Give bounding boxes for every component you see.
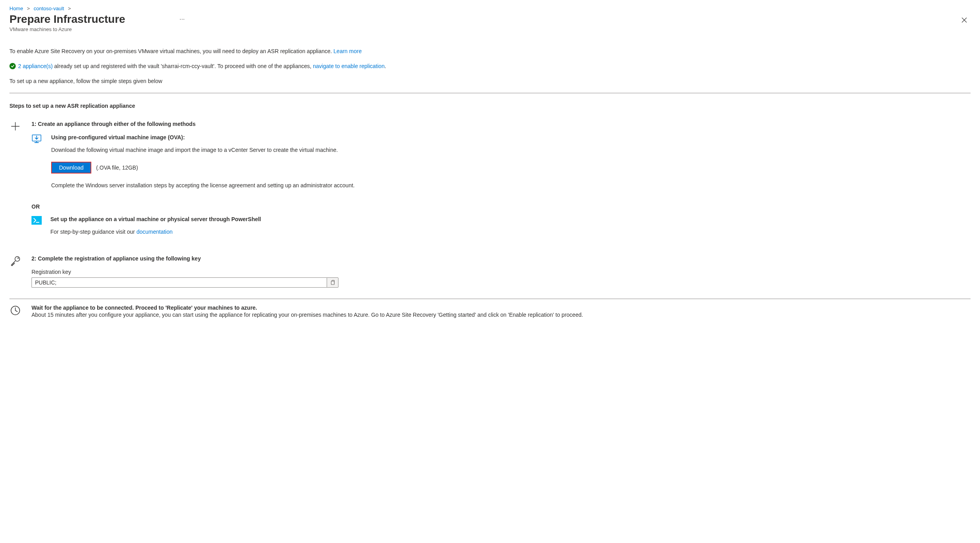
method-ova-text: Download the following virtual machine i… (51, 147, 971, 153)
method-ova: Using pre-configured virtual machine ima… (31, 134, 971, 197)
svg-rect-3 (331, 281, 335, 285)
complete-text: Complete the Windows server installation… (51, 182, 971, 188)
download-monitor-icon (31, 134, 43, 197)
key-icon (10, 255, 21, 266)
intro-prefix: To enable Azure Site Recovery on your on… (9, 48, 333, 54)
step-1: 1: Create an appliance through either of… (9, 121, 971, 247)
breadcrumb: Home > contoso-vault > (9, 6, 971, 11)
wait-section: Wait for the appliance to be connected. … (9, 305, 971, 318)
clock-icon (10, 305, 20, 316)
status-line: 2 appliance(s) already set up and regist… (9, 63, 971, 69)
page-header: Prepare Infrastructure ··· (9, 13, 971, 26)
ps-text-prefix: For step-by-step guidance visit our (50, 229, 137, 235)
navigate-replication-link[interactable]: navigate to enable replication (313, 63, 385, 69)
learn-more-link[interactable]: Learn more (333, 48, 362, 54)
svg-point-1 (15, 257, 20, 261)
setup-note: To set up a new appliance, follow the si… (9, 78, 971, 84)
svg-point-2 (17, 257, 18, 259)
documentation-link[interactable]: documentation (137, 229, 173, 235)
divider (9, 93, 971, 93)
intro-text: To enable Azure Site Recovery on your on… (9, 48, 971, 54)
wait-heading: Wait for the appliance to be connected. … (31, 305, 971, 311)
copy-icon (330, 280, 335, 285)
status-mid: already set up and registered with the v… (53, 63, 313, 69)
download-button[interactable]: Download (51, 162, 91, 174)
steps-heading: Steps to set up a new ASR replication ap… (9, 103, 971, 109)
close-icon (961, 17, 967, 23)
step-2-title: 2: Complete the registration of applianc… (31, 255, 971, 262)
method-ps-heading: Set up the appliance on a virtual machin… (50, 216, 971, 222)
breadcrumb-vault[interactable]: contoso-vault (34, 6, 64, 11)
registration-key-input[interactable] (31, 277, 327, 288)
page-subtitle: VMware machines to Azure (9, 26, 971, 32)
method-ova-heading: Using pre-configured virtual machine ima… (51, 134, 971, 140)
registration-key-label: Registration key (31, 269, 971, 275)
breadcrumb-sep: > (27, 6, 30, 11)
file-meta: (.OVA file, 12GB) (96, 164, 138, 171)
method-powershell: Set up the appliance on a virtual machin… (31, 216, 971, 244)
plus-icon (10, 121, 21, 132)
close-button[interactable] (958, 15, 971, 27)
wait-text: About 15 minutes after you configure you… (31, 312, 971, 318)
more-menu-icon[interactable]: ··· (176, 14, 188, 24)
step-2: 2: Complete the registration of applianc… (9, 255, 971, 288)
success-check-icon (9, 63, 16, 69)
status-period: . (385, 63, 386, 69)
or-label: OR (31, 203, 971, 210)
step-1-title: 1: Create an appliance through either of… (31, 121, 971, 127)
page-title: Prepare Infrastructure (9, 13, 125, 26)
divider (9, 299, 971, 299)
appliances-link[interactable]: 2 appliance(s) (18, 63, 53, 69)
powershell-icon (31, 216, 42, 225)
breadcrumb-sep: > (68, 6, 71, 11)
copy-button[interactable] (327, 277, 338, 288)
breadcrumb-home[interactable]: Home (9, 6, 23, 11)
